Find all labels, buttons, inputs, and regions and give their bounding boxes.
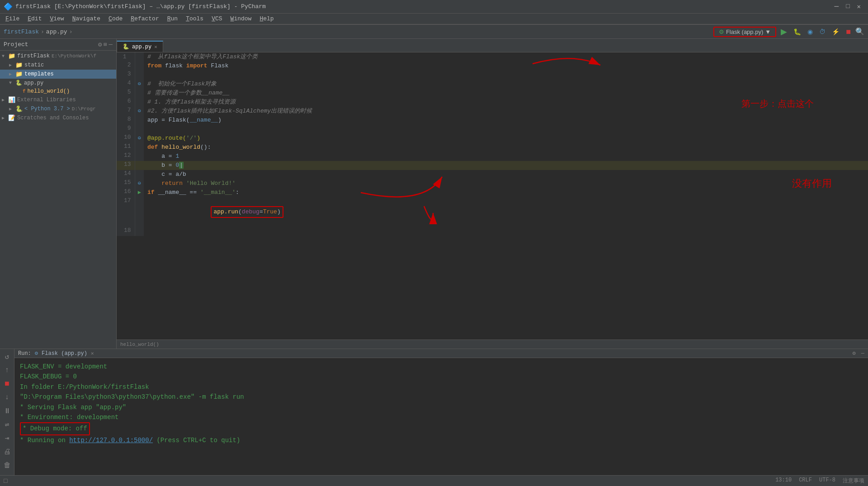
sidebar-item-external-libs[interactable]: ▶ 📊 External Libraries [0,95,116,104]
code-content: #2. 方便flask插件比如Flask-SqlAlchemy出现错误的时候 [144,107,868,116]
run-config-button[interactable]: ⚙ Flask (app.py) ▼ [713,27,776,37]
breadcrumb: firstFlask › app.py › [4,25,711,38]
code-content: b = 0| [144,161,868,170]
run-tab-gear-icon[interactable]: ⚙ [853,350,856,357]
debug-mode-text: * Debug mode: off [20,422,90,435]
line-number: 2 [117,61,135,71]
indent-button[interactable]: ⇥ [1,432,13,444]
status-extra: 注意事项 [843,477,864,485]
table-row: 14 c = a/b [117,170,868,179]
minimize-button[interactable]: ─ [835,3,839,11]
trash-button[interactable]: 🗑 [1,459,13,471]
table-row: 3 [117,71,868,80]
coverage-button[interactable]: ◉ [806,27,815,36]
line-number: 8 [117,116,135,125]
sidebar-layout-icon[interactable]: ⊞ [104,41,107,48]
stop-button[interactable]: ■ [844,26,853,38]
close-button[interactable]: ✕ [857,3,861,11]
menu-window[interactable]: Window [227,14,255,23]
line-number: 16 [117,188,135,197]
breadcrumb-file[interactable]: app.py [46,28,67,35]
code-content: if __name__ == '__main__': [144,188,868,197]
scroll-up-button[interactable]: ↑ [1,364,13,376]
line-number: 14 [117,170,135,179]
menu-help[interactable]: Help [256,14,277,23]
stop-run-button[interactable]: ■ [1,378,13,390]
console-text: "D:\Program Files\python3\python37\pytho… [20,393,244,401]
table-row: 5 # 需要传递一个参数__name__ [117,89,868,98]
run-button[interactable]: ▶ [779,26,789,38]
tab-app-py[interactable]: 🐍 app.py ✕ [117,41,163,52]
profile-button[interactable]: ⏱ [817,27,827,36]
menu-code[interactable]: Code [105,14,126,23]
editor-tabs: 🐍 app.py ✕ [117,39,868,52]
debug-button[interactable]: 🐛 [792,27,803,36]
run-label: Run: [18,350,31,357]
gutter [135,170,144,179]
code-content: # 1. 方便flask框架去寻找资源 [144,98,868,107]
console-text: In folder E:/PythonWork/firstFlask [20,383,149,391]
sidebar-settings-icon[interactable]: ⚙ [98,41,102,48]
function-breadcrumb: hello_world() [120,342,159,347]
tab-close-icon[interactable]: ✕ [154,44,157,50]
print-button[interactable]: 🖨 [1,446,13,458]
menu-view[interactable]: View [46,14,67,23]
table-row: 15 ⊖ return 'Hello World!' [117,179,868,188]
encoding: UTF-8 [819,477,835,485]
menu-bar: File Edit View Navigate Code Refactor Ru… [0,14,868,24]
console-line-debug-mode: * Debug mode: off [20,422,863,435]
console-text: * Environment: development [20,414,118,421]
console-line: * Running on http://127.0.0.1:5000/ (Pre… [20,435,863,445]
gutter [135,125,144,134]
menu-file[interactable]: File [2,14,23,23]
menu-navigate[interactable]: Navigate [69,14,104,23]
server-link[interactable]: http://127.0.0.1:5000/ [69,437,153,444]
breadcrumb-project[interactable]: firstFlask [4,28,39,35]
wrap-button[interactable]: ⇌ [1,419,13,430]
sidebar-item-static[interactable]: ▶ 📁 static [0,61,116,70]
sidebar-item-scratches[interactable]: ▶ 📝 Scratches and Consoles [0,113,116,123]
console-text: FLASK_DEBUG = 0 [20,373,77,380]
table-row: 13 b = 0| [117,161,868,170]
code-content: def hello_world(): [144,143,868,152]
code-table: 1 # 从flask这个框架中导入Flask这个类 2 from flask i… [117,52,868,236]
run-tab-label[interactable]: Flask (app.py) [42,350,87,357]
tab-label: app.py [132,44,151,50]
code-content: # 需要传递一个参数__name__ [144,89,868,98]
run-tab-close-icon[interactable]: ✕ [91,350,94,356]
cursor-position: 13:10 [775,477,792,485]
status-bar: □ 13:10 CRLF UTF-8 注意事项 [0,475,868,486]
gutter [135,52,144,61]
sidebar-item-python37[interactable]: ▶ 🐍 < Python 3.7 > D:\Progr [0,104,116,113]
line-number: 3 [117,71,135,80]
code-editor[interactable]: 1 # 从flask这个框架中导入Flask这个类 2 from flask i… [117,52,868,340]
sidebar-item-app-py[interactable]: ▼ 🐍 app.py [0,79,116,87]
pause-button[interactable]: ⏸ [1,405,13,417]
sidebar-minimize-icon[interactable]: ─ [109,41,113,48]
console-line: * Environment: development [20,412,863,422]
table-row: 1 # 从flask这个框架中导入Flask这个类 [117,52,868,61]
code-content [144,227,868,236]
main-layout: Project ⚙ ⊞ ─ ▼ 📁 firstFlask E:\PythonWo… [0,39,868,349]
code-content: return 'Hello World!' [144,179,868,188]
gutter [135,227,144,236]
sidebar-title: Project [4,41,96,48]
menu-run[interactable]: Run [164,14,181,23]
sidebar-header: Project ⚙ ⊞ ─ [0,39,116,51]
search-button[interactable]: 🔍 [855,27,864,36]
scroll-down-button[interactable]: ↓ [1,392,13,403]
gutter [135,71,144,80]
menu-vcs[interactable]: VCS [208,14,226,23]
run-tab-minus-icon[interactable]: ─ [861,350,864,357]
menu-edit[interactable]: Edit [24,14,45,23]
sidebar-item-hello-world[interactable]: f hello_world() [0,87,116,95]
menu-refactor[interactable]: Refactor [127,14,162,23]
build-button[interactable]: ⚡ [830,27,841,36]
sidebar-item-templates[interactable]: ▶ 📁 templates [0,70,116,79]
sidebar-item-firstflask[interactable]: ▼ 📁 firstFlask E:\PythonWork\f [0,52,116,61]
maximize-button[interactable]: □ [846,3,849,11]
gutter [135,116,144,125]
rerun-button[interactable]: ↺ [1,351,13,363]
menu-tools[interactable]: Tools [182,14,207,23]
table-row: 11 def hello_world(): [117,143,868,152]
